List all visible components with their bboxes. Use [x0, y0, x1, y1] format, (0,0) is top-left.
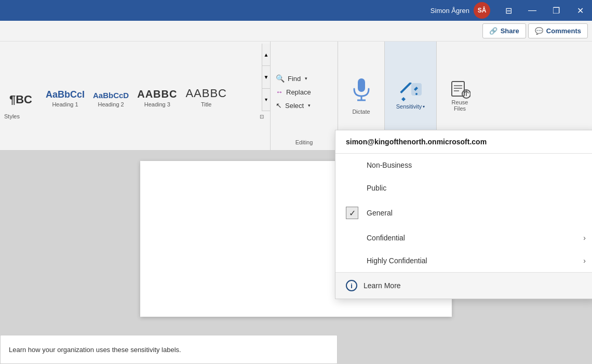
confidential-arrow-icon: ›	[583, 234, 586, 242]
gallery-scroll-up[interactable]: ▲	[262, 44, 270, 66]
style-preview-title: AABBC	[185, 88, 227, 99]
svg-point-6	[415, 93, 418, 95]
replace-label: Replace	[286, 88, 311, 96]
info-bar-text: Learn how your organization uses these s…	[9, 346, 181, 354]
sensitivity-dropdown-menu: simon@kingofthenorth.onmicrosoft.com Non…	[335, 130, 592, 299]
close-button[interactable]: ✕	[568, 0, 592, 21]
style-preview-heading2: AaBbCcD	[93, 91, 129, 99]
sensitivity-label: Sensitivity	[396, 103, 422, 110]
confidential-label: Confidential	[367, 234, 405, 242]
styles-section-label: Styles ⊡	[0, 111, 270, 122]
style-item-heading1[interactable]: AaBbCcI Heading 1	[42, 46, 89, 109]
style-preview-normal: ¶BC	[9, 94, 32, 105]
title-bar-controls: ⊟ — ❐ ✕	[496, 0, 592, 21]
info-circle-icon: i	[346, 280, 357, 291]
public-label: Public	[367, 184, 386, 192]
title-bar: Simon Ågren SÅ ⊟ — ❐ ✕	[0, 0, 592, 21]
learn-more-label: Learn More	[364, 281, 401, 290]
dictate-label: Dictate	[352, 109, 370, 115]
select-icon: ↖	[276, 101, 282, 110]
style-item-normal[interactable]: ¶BC	[0, 46, 42, 109]
general-checkmark: ✓	[346, 207, 358, 219]
svg-marker-4	[401, 97, 406, 101]
share-button[interactable]: 🔗 Share	[482, 23, 526, 38]
gallery-expand[interactable]: ▾	[262, 89, 270, 111]
dictate-icon	[352, 77, 371, 106]
select-label: Select	[285, 102, 304, 110]
find-icon: 🔍	[276, 74, 285, 83]
style-preview-heading3: AABBC	[137, 89, 177, 99]
ribbon-top-bar: 🔗 Share 💬 Comments	[0, 21, 592, 42]
style-preview-heading1: AaBbCcI	[46, 90, 85, 99]
editing-section: 🔍 Find ▾ ↔ Replace ↖ Select ▾ Editing	[270, 42, 338, 151]
highly-confidential-arrow-icon: ›	[583, 257, 586, 265]
learn-more-item[interactable]: i Learn More	[335, 272, 592, 299]
comments-icon: 💬	[535, 27, 543, 35]
user-avatar[interactable]: SÅ	[474, 2, 490, 19]
username-label: Simon Ågren	[430, 7, 469, 15]
select-button[interactable]: ↖ Select ▾	[273, 100, 335, 111]
ribbon-toggle-button[interactable]: ⊟	[496, 0, 520, 21]
sensitivity-option-confidential[interactable]: Confidential ›	[335, 226, 592, 249]
dropdown-email-header: simon@kingofthenorth.onmicrosoft.com	[335, 130, 592, 154]
non-business-label: Non-Business	[367, 161, 412, 169]
gallery-scroll-down[interactable]: ▼	[262, 66, 270, 88]
select-arrow-icon: ▾	[308, 103, 311, 108]
sensitivity-option-general[interactable]: ✓ General	[335, 199, 592, 226]
styles-section: ¶BC AaBbCcI Heading 1 AaBbCcD Heading 2 …	[0, 42, 270, 151]
find-button[interactable]: 🔍 Find ▾	[273, 73, 335, 84]
title-bar-user: Simon Ågren SÅ	[430, 2, 490, 19]
styles-gallery: ¶BC AaBbCcI Heading 1 AaBbCcD Heading 2 …	[0, 44, 270, 111]
style-label-title: Title	[201, 101, 211, 107]
share-icon: 🔗	[489, 27, 497, 35]
sensitivity-dropdown-arrow-icon: ▾	[423, 104, 425, 109]
reuse-files-icon	[450, 80, 470, 99]
comments-button[interactable]: 💬 Comments	[528, 23, 588, 38]
editing-section-label: Editing	[273, 138, 335, 146]
svg-rect-3	[400, 83, 412, 93]
style-label-heading3: Heading 3	[144, 101, 170, 107]
replace-button[interactable]: ↔ Replace	[273, 86, 335, 98]
style-label-heading2: Heading 2	[98, 101, 124, 107]
sensitivity-option-public[interactable]: Public	[335, 177, 592, 199]
style-label-heading1: Heading 1	[52, 101, 78, 107]
find-label: Find	[288, 75, 301, 83]
highly-confidential-label: Highly Confidential	[367, 257, 427, 265]
sensitivity-icon	[398, 83, 423, 103]
gallery-scrollbar: ▲ ▼ ▾	[262, 44, 270, 111]
svg-rect-0	[358, 78, 365, 92]
general-label: General	[367, 209, 393, 217]
sensitivity-option-highly-confidential[interactable]: Highly Confidential ›	[335, 249, 592, 272]
style-item-title[interactable]: AABBC Title	[181, 46, 231, 109]
replace-icon: ↔	[276, 88, 283, 96]
style-item-heading3[interactable]: AABBC Heading 3	[133, 46, 181, 109]
restore-button[interactable]: ❐	[544, 0, 568, 21]
info-bar: Learn how your organization uses these s…	[0, 335, 338, 364]
reuse-files-label: ReuseFiles	[452, 99, 468, 112]
style-item-heading2[interactable]: AaBbCcD Heading 2	[89, 46, 133, 109]
sensitivity-option-non-business[interactable]: Non-Business	[335, 154, 592, 177]
styles-dialog-launcher[interactable]: ⊡	[258, 112, 266, 120]
minimize-button[interactable]: —	[520, 0, 544, 21]
find-arrow-icon: ▾	[305, 76, 307, 81]
